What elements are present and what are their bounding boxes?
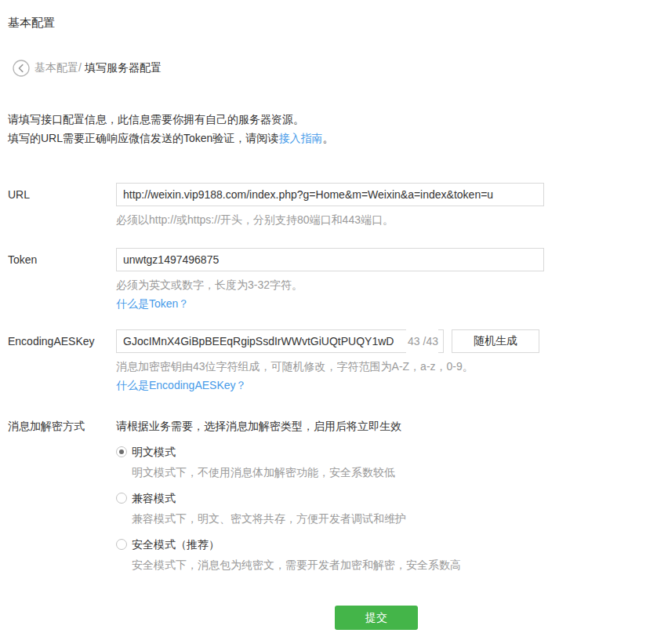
mode-option-compatible-radio-row[interactable]: 兼容模式 bbox=[116, 490, 649, 506]
url-row: URL 必须以http://或https://开头，分别支持80端口和443端口… bbox=[8, 183, 649, 227]
breadcrumb-parent[interactable]: 基本配置/ bbox=[34, 61, 82, 75]
breadcrumb: 基本配置/ 填写服务器配置 bbox=[13, 60, 162, 77]
radio-unselected-icon[interactable] bbox=[116, 539, 127, 550]
url-label: URL bbox=[8, 183, 116, 227]
token-row: Token 必须为英文或数字，长度为3-32字符。 什么是Token？ bbox=[8, 248, 649, 311]
token-hint: 必须为英文或数字，长度为3-32字符。 bbox=[116, 278, 649, 292]
mode-option-secure-radio-row[interactable]: 安全模式（推荐） bbox=[116, 537, 649, 552]
aeskey-label: EncodingAESKey bbox=[8, 329, 116, 392]
mode-option-desc: 安全模式下，消息包为纯密文，需要开发者加密和解密，安全系数高 bbox=[132, 557, 649, 573]
chevron-left-icon bbox=[13, 60, 30, 77]
intro-line2-text: 填写的URL需要正确响应微信发送的Token验证，请阅读 bbox=[8, 132, 278, 144]
mode-option-compatible: 兼容模式 兼容模式下，明文、密文将共存，方便开发者调试和维护 bbox=[116, 490, 649, 526]
intro-text: 请填写接口配置信息，此信息需要你拥有自己的服务器资源。 填写的URL需要正确响应… bbox=[8, 110, 333, 147]
mode-option-plaintext: 明文模式 明文模式下，不使用消息体加解密功能，安全系数较低 bbox=[116, 444, 649, 480]
intro-line1: 请填写接口配置信息，此信息需要你拥有自己的服务器资源。 bbox=[8, 110, 333, 129]
mode-option-label[interactable]: 安全模式（推荐） bbox=[132, 537, 220, 552]
aeskey-hint: 消息加密密钥由43位字符组成，可随机修改，字符范围为A-Z，a-z，0-9。 bbox=[116, 359, 649, 373]
access-guide-link[interactable]: 接入指南 bbox=[278, 132, 322, 144]
token-label: Token bbox=[8, 248, 116, 311]
url-input[interactable] bbox=[116, 183, 544, 206]
mode-label: 消息加解密方式 bbox=[8, 418, 116, 573]
page-title: 基本配置 bbox=[8, 16, 55, 31]
mode-option-secure: 安全模式（推荐） 安全模式下，消息包为纯密文，需要开发者加密和解密，安全系数高 bbox=[116, 537, 649, 573]
mode-description: 请根据业务需要，选择消息加解密类型，启用后将立即生效 bbox=[116, 418, 649, 434]
mode-option-label[interactable]: 兼容模式 bbox=[132, 490, 176, 506]
radio-unselected-icon[interactable] bbox=[116, 493, 127, 504]
aeskey-input[interactable] bbox=[116, 329, 444, 353]
server-config-page: 基本配置 基本配置/ 填写服务器配置 请填写接口配置信息，此信息需要你拥有自己的… bbox=[0, 0, 657, 644]
back-button[interactable] bbox=[13, 60, 30, 77]
breadcrumb-current: 填写服务器配置 bbox=[85, 61, 162, 75]
aeskey-row: EncodingAESKey 43 /43 随机生成 消息加密密钥由43位字符组… bbox=[8, 329, 649, 392]
what-is-aeskey-link[interactable]: 什么是EncodingAESKey？ bbox=[116, 378, 247, 392]
mode-option-desc: 兼容模式下，明文、密文将共存，方便开发者调试和维护 bbox=[132, 511, 649, 526]
mode-option-label[interactable]: 明文模式 bbox=[132, 444, 176, 460]
mode-row: 消息加解密方式 请根据业务需要，选择消息加解密类型，启用后将立即生效 明文模式 … bbox=[8, 418, 649, 573]
what-is-token-link[interactable]: 什么是Token？ bbox=[116, 297, 189, 311]
random-generate-button[interactable]: 随机生成 bbox=[452, 329, 539, 353]
submit-button[interactable]: 提交 bbox=[335, 606, 418, 630]
mode-option-desc: 明文模式下，不使用消息体加解密功能，安全系数较低 bbox=[132, 464, 649, 480]
mode-option-plaintext-radio-row[interactable]: 明文模式 bbox=[116, 444, 649, 460]
url-hint: 必须以http://或https://开头，分别支持80端口和443端口。 bbox=[116, 213, 649, 227]
token-input[interactable] bbox=[116, 248, 544, 271]
intro-line2: 填写的URL需要正确响应微信发送的Token验证，请阅读接入指南。 bbox=[8, 129, 333, 147]
radio-selected-icon[interactable] bbox=[116, 446, 127, 457]
intro-line2-suffix: 。 bbox=[322, 132, 333, 144]
